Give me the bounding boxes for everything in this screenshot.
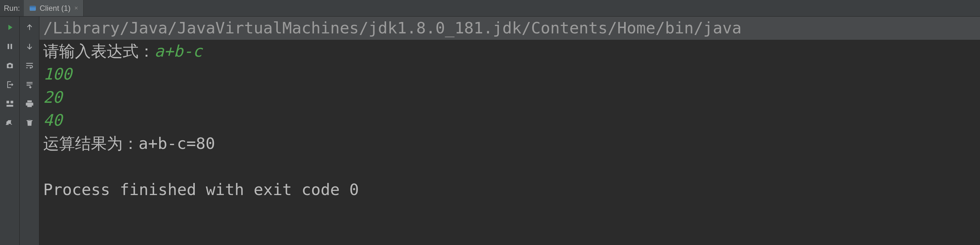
toolbar-primary — [0, 16, 20, 245]
svg-rect-3 — [11, 44, 12, 49]
camera-button[interactable] — [4, 60, 16, 71]
down-arrow-button[interactable] — [24, 41, 35, 52]
print-button[interactable] — [24, 98, 35, 109]
layout-button[interactable] — [4, 98, 16, 109]
command-line: /Library/Java/JavaVirtualMachines/jdk1.8… — [40, 16, 980, 40]
pause-button[interactable] — [4, 41, 16, 52]
console-output[interactable]: /Library/Java/JavaVirtualMachines/jdk1.8… — [40, 16, 980, 245]
user-expression: a+b-c — [154, 42, 202, 61]
svg-rect-4 — [6, 101, 9, 103]
tab-label: Client (1) — [40, 4, 70, 13]
rerun-button[interactable] — [4, 22, 16, 33]
run-label: Run: — [0, 4, 24, 13]
input-value: 40 — [40, 109, 980, 132]
application-icon — [29, 5, 37, 12]
input-value: 20 — [40, 86, 980, 109]
svg-rect-6 — [6, 105, 13, 107]
blank-line — [40, 155, 980, 178]
trash-button[interactable] — [24, 117, 35, 128]
main-area: /Library/Java/JavaVirtualMachines/jdk1.8… — [0, 16, 980, 245]
close-icon[interactable]: × — [74, 5, 78, 12]
pin-button[interactable] — [4, 117, 16, 128]
svg-rect-5 — [11, 101, 13, 103]
input-value: 100 — [40, 63, 980, 86]
svg-rect-2 — [8, 44, 9, 49]
toolbar-secondary — [20, 16, 40, 245]
up-arrow-button[interactable] — [24, 22, 35, 33]
exit-button[interactable] — [4, 79, 16, 90]
result-line: 运算结果为：a+b-c=80 — [40, 132, 980, 155]
tab-bar: Run: Client (1) × — [0, 0, 980, 16]
tab-client[interactable]: Client (1) × — [24, 0, 84, 16]
svg-rect-1 — [30, 6, 36, 7]
prompt-line: 请输入表达式：a+b-c — [40, 40, 980, 63]
prompt-text: 请输入表达式： — [43, 42, 154, 61]
soft-wrap-button[interactable] — [24, 60, 35, 71]
scroll-to-end-button[interactable] — [24, 79, 35, 90]
exit-line: Process finished with exit code 0 — [40, 178, 980, 202]
